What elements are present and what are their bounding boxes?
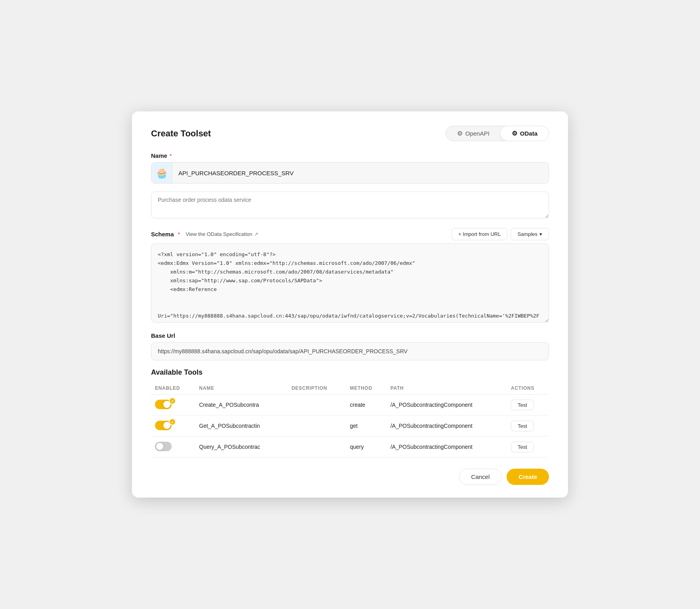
name-section: Name * 🧁 (151, 152, 549, 184)
table-row: Query_A_POSubcontracquery/A_POSubcontrac… (151, 437, 549, 458)
check-overlay-0: ✓ (169, 397, 176, 404)
name-icon-box: 🧁 (151, 163, 172, 183)
tool-name-2: Query_A_POSubcontrac (195, 437, 287, 458)
view-spec-link[interactable]: View the OData Specification ↗ (186, 231, 258, 237)
test-button-2[interactable]: Test (511, 442, 534, 452)
tool-desc-1 (287, 416, 346, 437)
tool-path-1: /A_POSubcontractingComponent (386, 416, 507, 437)
schema-section: Schema * View the OData Specification ↗ … (151, 228, 549, 324)
toggle-1[interactable]: ✓ (155, 420, 174, 431)
base-url-label-row: Base Url (151, 332, 549, 339)
tool-desc-2 (287, 437, 346, 458)
openapi-icon: ⚙ (457, 130, 463, 137)
tool-name-1: Get_A_POSubcontractin (195, 416, 287, 437)
description-textarea[interactable] (151, 192, 549, 218)
enabled-cell-2 (151, 437, 195, 458)
schema-label: Schema (151, 231, 174, 237)
dialog-header: Create Toolset ⚙ OpenAPI ⚙ OData (151, 126, 549, 141)
dialog-footer: Cancel Create (151, 469, 549, 485)
test-button-0[interactable]: Test (511, 400, 534, 410)
tool-path-2: /A_POSubcontractingComponent (386, 437, 507, 458)
available-tools-section: Available Tools ENABLED NAME DESCRIPTION… (151, 368, 549, 458)
enabled-cell-0: ✓ (151, 395, 195, 416)
name-label-row: Name * (151, 152, 549, 159)
col-actions: ACTIONS (507, 382, 549, 395)
toggle-2[interactable] (155, 441, 174, 452)
create-button[interactable]: Create (507, 469, 549, 485)
schema-label-row: Schema * View the OData Specification ↗ … (151, 228, 549, 240)
base-url-section: Base Url (151, 332, 549, 360)
tool-path-0: /A_POSubcontractingComponent (386, 395, 507, 416)
create-toolset-dialog: Create Toolset ⚙ OpenAPI ⚙ OData Name * … (132, 111, 568, 498)
tab-group: ⚙ OpenAPI ⚙ OData (446, 126, 549, 141)
name-input[interactable] (172, 163, 549, 183)
dialog-title: Create Toolset (151, 128, 211, 139)
base-url-input[interactable] (151, 342, 549, 360)
tool-method-2: query (346, 437, 386, 458)
base-url-label: Base Url (151, 332, 175, 339)
tool-method-0: create (346, 395, 386, 416)
tab-odata[interactable]: ⚙ OData (501, 126, 549, 141)
schema-actions: + Import from URL Samples ▾ (451, 228, 549, 240)
name-label: Name (151, 152, 167, 159)
tools-table: ENABLED NAME DESCRIPTION METHOD PATH ACT… (151, 382, 549, 458)
toggle-0[interactable]: ✓ (155, 399, 174, 410)
tool-action-1: Test (507, 416, 549, 437)
name-input-row: 🧁 (151, 162, 549, 184)
tool-desc-0 (287, 395, 346, 416)
table-header-row: ENABLED NAME DESCRIPTION METHOD PATH ACT… (151, 382, 549, 395)
tool-name-0: Create_A_POSubcontra (195, 395, 287, 416)
col-description: DESCRIPTION (287, 382, 346, 395)
cupcake-icon: 🧁 (155, 167, 168, 179)
table-row: ✓Create_A_POSubcontracreate/A_POSubcontr… (151, 395, 549, 416)
tool-action-0: Test (507, 395, 549, 416)
schema-label-left: Schema * View the OData Specification ↗ (151, 231, 258, 237)
col-path: PATH (386, 382, 507, 395)
tool-action-2: Test (507, 437, 549, 458)
col-name: NAME (195, 382, 287, 395)
description-section (151, 192, 549, 220)
odata-icon: ⚙ (512, 130, 517, 137)
chevron-down-icon: ▾ (539, 231, 542, 237)
available-tools-title: Available Tools (151, 368, 549, 377)
col-enabled: ENABLED (151, 382, 195, 395)
schema-required-star: * (178, 231, 180, 237)
name-required-star: * (170, 152, 172, 159)
schema-editor[interactable]: <?xml version="1.0" encoding="utf-8"?> <… (151, 243, 549, 323)
enabled-cell-1: ✓ (151, 416, 195, 437)
check-overlay-1: ✓ (169, 418, 176, 425)
samples-button[interactable]: Samples ▾ (511, 228, 549, 240)
table-row: ✓Get_A_POSubcontractinget/A_POSubcontrac… (151, 416, 549, 437)
test-button-1[interactable]: Test (511, 421, 534, 431)
import-url-button[interactable]: + Import from URL (451, 228, 507, 240)
cancel-button[interactable]: Cancel (459, 469, 502, 485)
tool-method-1: get (346, 416, 386, 437)
col-method: METHOD (346, 382, 386, 395)
tab-openapi[interactable]: ⚙ OpenAPI (446, 126, 501, 141)
external-link-icon: ↗ (254, 231, 258, 237)
